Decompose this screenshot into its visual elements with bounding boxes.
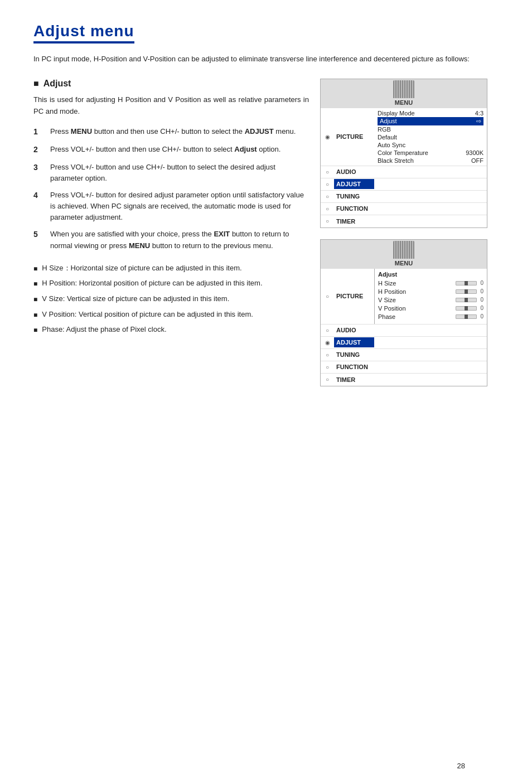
menu-top-1: MENU xyxy=(321,79,487,108)
menu-row-tuning-2: ○ TUNING xyxy=(321,349,487,361)
slider-vsize xyxy=(456,298,477,302)
right-column: MENU ◉ PICTURE Display Mode 4:3 xyxy=(320,79,499,386)
remote-icon-1 xyxy=(393,80,414,98)
menu-submenu-1: Display Mode 4:3 Adjust ⇨ RGB xyxy=(374,108,487,166)
menu-bullet-function-2: ○ xyxy=(321,364,334,370)
adjust-submenu: Adjust H Size 0 H Position 0 xyxy=(374,269,487,324)
bullet-phase: Phase: Adjust the phase of Pixel clock. xyxy=(33,324,309,336)
submenu-black-stretch: Black Stretch OFF xyxy=(378,157,483,164)
menu-item-audio-2: AUDIO xyxy=(334,325,374,335)
menu-item-adjust-2: ADJUST xyxy=(334,337,374,347)
step-4: 4 Press VOL+/- button for desired adjust… xyxy=(33,190,309,223)
menu-item-audio-1: AUDIO xyxy=(334,167,374,177)
bullet-vpos: V Position: Vertical position of picture… xyxy=(33,309,309,321)
menu-row-adjust-1: ○ ADJUST xyxy=(321,178,487,191)
remote-icon-2 xyxy=(393,241,414,259)
menu-row-audio-1: ○ AUDIO xyxy=(321,166,487,178)
menu-item-timer-2: TIMER xyxy=(334,375,374,385)
menu-rows-2: ○ PICTURE Adjust H Size 0 H Position xyxy=(321,269,487,386)
section-desc-adjust: This is used for adjusting H Position an… xyxy=(33,94,309,118)
step-2: 2 Press VOL+/- button and then use CH+/-… xyxy=(33,144,309,156)
menu-item-timer-1: TIMER xyxy=(334,216,374,226)
bullet-hsize: H Size：Horizontal size of picture can be… xyxy=(33,263,309,274)
left-column: Adjust This is used for adjusting H Posi… xyxy=(33,79,309,340)
section-heading-adjust: Adjust xyxy=(33,79,309,89)
menu-row-function-1: ○ FUNCTION xyxy=(321,203,487,215)
menu-top-2: MENU xyxy=(321,240,487,269)
bullet-hpos: H Position: Horizontal position of pictu… xyxy=(33,278,309,289)
menu-item-picture-2: PICTURE xyxy=(334,291,374,301)
adjust-row-vpos: V Position 0 xyxy=(378,305,483,312)
menu-row-timer-2: ○ TIMER xyxy=(321,374,487,386)
menu-bullet-adjust-2: ◉ xyxy=(321,340,334,346)
menu-row-function-2: ○ FUNCTION xyxy=(321,361,487,374)
page-title: Adjust menu xyxy=(33,22,134,43)
menu-label-2: MENU xyxy=(395,260,413,267)
menu-bullet-adjust-1: ○ xyxy=(321,181,334,187)
submenu-display-mode: Display Mode 4:3 xyxy=(378,109,483,117)
menu-row-audio-2: ○ AUDIO xyxy=(321,325,487,337)
submenu-default: Default xyxy=(378,133,483,141)
adjust-row-hsize: H Size 0 xyxy=(378,280,483,287)
menu-row-timer-1: ○ TIMER xyxy=(321,215,487,227)
menu-bullet-audio-1: ○ xyxy=(321,169,334,175)
menu-rows-1: ◉ PICTURE Display Mode 4:3 Adjust ⇨ xyxy=(321,108,487,227)
slider-hpos xyxy=(456,289,477,294)
submenu-color-temp: Color Temperature 9300K xyxy=(378,149,483,157)
step-num-4: 4 xyxy=(33,190,43,223)
menu-bullet-tuning-2: ○ xyxy=(321,352,334,358)
menu-widget-2: MENU ○ PICTURE Adjust H Size 0 xyxy=(320,239,487,386)
submenu-adjust-active: Adjust ⇨ xyxy=(378,117,483,125)
menu-bullet-audio-2: ○ xyxy=(321,327,334,333)
menu-row-picture-1: ◉ PICTURE Display Mode 4:3 Adjust ⇨ xyxy=(321,108,487,166)
menu-bullet-picture-2: ○ xyxy=(321,293,334,299)
steps-list: 1 Press MENU button and then use CH+/- b… xyxy=(33,126,309,251)
menu-widget-1: MENU ◉ PICTURE Display Mode 4:3 xyxy=(320,79,487,228)
step-num-2: 2 xyxy=(33,144,43,156)
menu-item-tuning-2: TUNING xyxy=(334,350,374,360)
adjust-row-vsize: V Size 0 xyxy=(378,297,483,303)
step-num-5: 5 xyxy=(33,229,43,251)
menu-row-adjust-2: ◉ ADJUST xyxy=(321,337,487,349)
slider-phase xyxy=(456,314,477,319)
section-title-adjust: Adjust xyxy=(43,79,71,89)
step-3: 3 Press VOL+/- button and use CH+/- butt… xyxy=(33,162,309,184)
bullet-vsize: V Size: Vertical size of picture can be … xyxy=(33,293,309,305)
menu-item-function-2: FUNCTION xyxy=(334,362,374,372)
menu-bullet-function-1: ○ xyxy=(321,206,334,212)
adjust-row-hpos: H Position 0 xyxy=(378,288,483,295)
step-text-3: Press VOL+/- button and use CH+/- button… xyxy=(50,162,309,184)
step-text-2: Press VOL+/- button and then use CH+/- b… xyxy=(50,144,280,156)
step-text-1: Press MENU button and then use CH+/- but… xyxy=(50,126,296,138)
menu-label-1: MENU xyxy=(395,99,413,106)
intro-text: In PC input mode, H-Position and V-Posit… xyxy=(33,54,499,65)
menu-item-tuning-1: TUNING xyxy=(334,191,374,201)
step-1: 1 Press MENU button and then use CH+/- b… xyxy=(33,126,309,138)
menu-row-picture-2: ○ PICTURE Adjust H Size 0 H Position xyxy=(321,269,487,325)
menu-bullet-tuning-1: ○ xyxy=(321,193,334,200)
menu-bullet-picture-1: ◉ xyxy=(321,134,334,140)
page-number: 28 xyxy=(457,762,465,770)
step-num-3: 3 xyxy=(33,162,43,184)
adjust-submenu-title: Adjust xyxy=(378,271,483,278)
bullet-list: H Size：Horizontal size of picture can be… xyxy=(33,263,309,336)
step-5: 5 When you are satisfied with your choic… xyxy=(33,229,309,251)
menu-item-adjust-1: ADJUST xyxy=(334,179,374,189)
slider-hsize xyxy=(456,281,477,285)
step-num-1: 1 xyxy=(33,126,43,138)
menu-item-picture-1: PICTURE xyxy=(334,132,374,142)
slider-vpos xyxy=(456,306,477,311)
menu-bullet-timer-1: ○ xyxy=(321,218,334,224)
menu-item-function-1: FUNCTION xyxy=(334,204,374,214)
menu-bullet-timer-2: ○ xyxy=(321,376,334,382)
adjust-row-phase: Phase 0 xyxy=(378,313,483,320)
step-text-4: Press VOL+/- button for desired adjust p… xyxy=(50,190,309,223)
submenu-autosync: Auto Sync xyxy=(378,141,483,149)
menu-row-tuning-1: ○ TUNING xyxy=(321,191,487,203)
submenu-rgb: RGB xyxy=(378,125,483,133)
step-text-5: When you are satisfied with your choice,… xyxy=(50,229,309,251)
